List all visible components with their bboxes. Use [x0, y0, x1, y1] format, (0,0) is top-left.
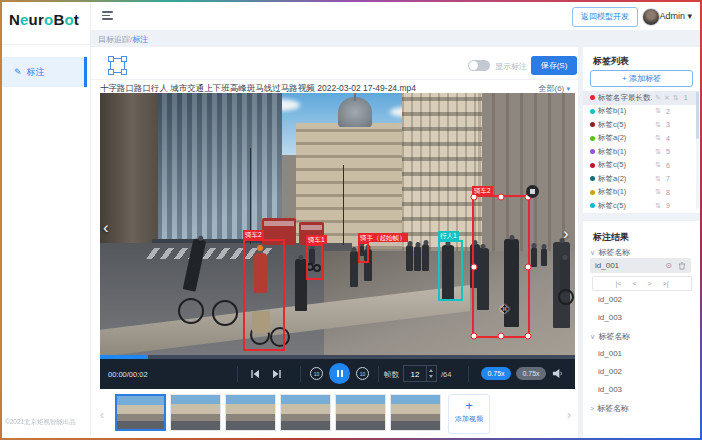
back-to-model-dev-button[interactable]: 返回模型开发 — [572, 7, 638, 27]
sort-icon[interactable]: ⇅ — [655, 134, 661, 142]
resize-handle[interactable] — [471, 333, 478, 340]
label-list-item[interactable]: 标签a(2)⇅7 — [583, 172, 696, 186]
result-item[interactable]: id_003 — [598, 385, 622, 394]
volume-icon[interactable] — [552, 368, 563, 379]
bounding-box-tool-icon[interactable] — [110, 58, 125, 73]
label-list-item[interactable]: 标签c(5)⇅3 — [583, 118, 696, 132]
label-list-item[interactable]: 标签名字最长数... ✎ ✕ ⇅ 1 — [583, 91, 696, 105]
filmstrip-next-icon[interactable]: › — [563, 396, 575, 434]
video-thumbnail[interactable] — [225, 394, 276, 431]
scrollbar[interactable] — [696, 91, 699, 209]
history-icon[interactable]: ⊙ — [665, 262, 672, 270]
frame-number-stepper[interactable] — [427, 365, 437, 382]
caret-down-icon: ▾ — [566, 85, 570, 92]
scrollbar-thumb[interactable] — [696, 91, 699, 139]
rewind-10-icon[interactable]: 10 — [310, 367, 323, 380]
filmstrip-prev-icon[interactable]: ‹ — [96, 396, 108, 434]
pause-button[interactable] — [329, 363, 350, 384]
video-thumbnail[interactable] — [335, 394, 386, 431]
video-thumbnail-selected[interactable] — [115, 394, 166, 431]
resize-handle[interactable] — [471, 263, 478, 270]
scene-lamp-post — [343, 165, 344, 245]
video-thumbnail[interactable] — [390, 394, 441, 431]
last-page-icon[interactable]: >| — [663, 280, 669, 287]
video-thumbnail[interactable] — [280, 394, 331, 431]
annotation-box[interactable] — [438, 240, 463, 301]
label-list-item[interactable]: 标签c(5)⇅9 — [583, 199, 696, 213]
add-label-button[interactable]: + 添加标签 — [590, 70, 693, 87]
annotation-label-selected[interactable]: 骑车2 — [472, 186, 493, 195]
divider — [300, 366, 301, 382]
resize-handle[interactable] — [498, 194, 505, 201]
label-list-item[interactable]: 标签b(1)⇅8 — [583, 186, 696, 200]
result-group[interactable]: ∨标签名称 — [590, 331, 630, 342]
label-index: 2 — [664, 108, 670, 115]
resize-handle[interactable] — [525, 263, 532, 270]
speed-button-active[interactable]: 0.75x — [481, 367, 511, 380]
sort-icon[interactable]: ⇅ — [655, 161, 661, 169]
avatar[interactable] — [642, 8, 660, 26]
label-list-item[interactable]: 标签a(2)⇅4 — [583, 132, 696, 146]
label-list-item[interactable]: 标签b(1)⇅5 — [583, 145, 696, 159]
speed-button[interactable]: 0.75x — [516, 367, 546, 380]
sidebar-item-annotate[interactable]: ✎ 标注 — [0, 57, 87, 87]
trash-icon[interactable] — [678, 262, 686, 270]
sidebar: NeuroBot ✎ 标注 ©2021北京矩视智能出品 — [0, 0, 91, 436]
result-group[interactable]: ∨标签名称 — [590, 247, 630, 258]
annotation-box[interactable] — [358, 242, 369, 263]
result-item[interactable]: id_003 — [598, 313, 622, 322]
divider — [468, 366, 469, 382]
result-item[interactable]: id_001 — [598, 349, 622, 358]
annotation-label[interactable]: 骑车1 — [306, 235, 327, 244]
video-thumbnail[interactable] — [170, 394, 221, 431]
delete-icon[interactable]: ✕ — [664, 94, 670, 102]
annotation-box[interactable] — [243, 239, 285, 351]
edit-icon[interactable]: ✎ — [655, 94, 661, 102]
sort-icon[interactable]: ⇅ — [655, 188, 661, 196]
prev-frame-icon[interactable] — [250, 369, 260, 379]
result-item[interactable]: id_002 — [598, 367, 622, 376]
video-canvas[interactable]: 骑车2 骑车1 骑手（起始帧） 行人1 骑车2 ✥ ‹ › — [100, 93, 575, 355]
add-video-button[interactable]: + 添加视频 — [448, 394, 490, 434]
label-index: 4 — [664, 135, 670, 142]
label-list-item[interactable]: 标签b(1)⇅2 — [583, 105, 696, 119]
prev-page-icon[interactable]: < — [632, 280, 636, 287]
label-index: 5 — [664, 148, 670, 155]
result-item[interactable]: id_002 — [598, 295, 622, 304]
label-index: 3 — [664, 121, 670, 128]
next-page-icon[interactable]: > — [648, 280, 652, 287]
first-page-icon[interactable]: |< — [616, 280, 622, 287]
sort-icon[interactable]: ⇅ — [655, 121, 661, 129]
result-item-selected[interactable]: id_001 ⊙ — [590, 258, 691, 273]
frame-number-input[interactable]: 12 — [403, 365, 427, 382]
annotation-box[interactable] — [306, 244, 323, 280]
result-group-collapsed[interactable]: >标签名称 — [590, 403, 629, 414]
sort-icon[interactable]: ⇅ — [655, 107, 661, 115]
resize-handle[interactable] — [525, 333, 532, 340]
annotation-label[interactable]: 骑手（起始帧） — [358, 233, 408, 242]
annotation-label[interactable]: 骑车2 — [243, 230, 264, 239]
frame-pager: |< < > >| — [592, 276, 692, 291]
panel-title: 标签列表 — [593, 55, 629, 68]
annotation-label[interactable]: 行人1 — [438, 231, 459, 240]
menu-fold-icon[interactable] — [102, 11, 113, 20]
pedestrian-silhouette — [414, 246, 421, 271]
show-annotations-toggle[interactable] — [468, 60, 490, 71]
sort-icon[interactable]: ⇅ — [655, 175, 661, 183]
label-color-dot — [590, 176, 595, 181]
chevron-left-icon[interactable]: ‹ — [103, 219, 109, 236]
label-index: 6 — [664, 162, 670, 169]
annotation-box-selected[interactable] — [472, 195, 530, 338]
breadcrumb-parent[interactable]: 目标追踪 — [98, 35, 130, 44]
sort-icon[interactable]: ⇅ — [655, 202, 661, 210]
next-frame-icon[interactable] — [272, 369, 282, 379]
label-color-dot — [590, 109, 595, 114]
label-list-item[interactable]: 标签c(5)⇅6 — [583, 159, 696, 173]
user-menu[interactable]: Admin ▾ — [659, 11, 692, 21]
sort-icon[interactable]: ⇅ — [655, 148, 661, 156]
forward-10-icon[interactable]: 10 — [356, 367, 369, 380]
resize-handle[interactable] — [498, 333, 505, 340]
sort-icon[interactable]: ⇅ — [673, 94, 679, 102]
chevron-right-icon[interactable]: › — [563, 225, 569, 242]
save-button[interactable]: 保存(S) — [531, 56, 577, 75]
